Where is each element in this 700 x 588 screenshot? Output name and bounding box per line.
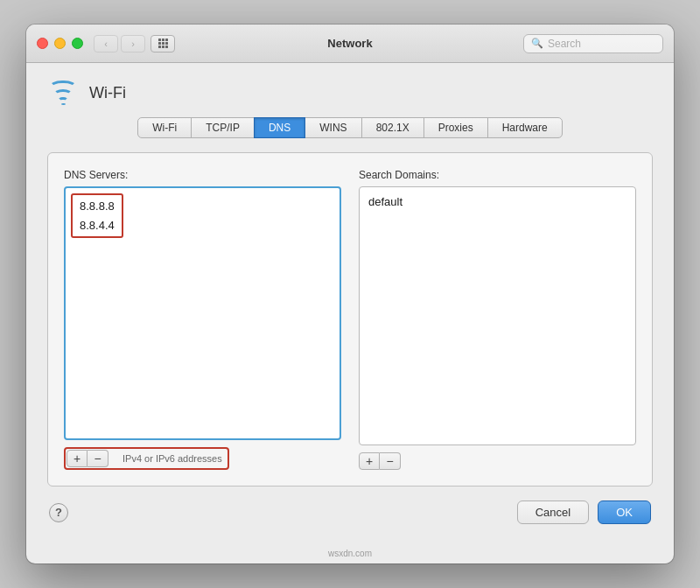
ok-button[interactable]: OK: [598, 500, 651, 524]
search-input[interactable]: [548, 38, 655, 50]
tab-wins[interactable]: WINS: [304, 117, 361, 138]
domain-remove-button[interactable]: −: [380, 452, 401, 470]
dns-list-item: 8.8.4.4: [76, 216, 118, 235]
tab-tcpip[interactable]: TCP/IP: [191, 117, 255, 138]
wifi-header: Wi-Fi: [47, 80, 653, 105]
dns-add-button[interactable]: +: [66, 450, 88, 467]
dns-entry-container: 8.8.8.88.8.4.4: [71, 193, 334, 238]
search-icon: 🔍: [531, 38, 543, 49]
footer-buttons: Cancel OK: [517, 500, 651, 524]
tab-8021x[interactable]: 802.1X: [361, 117, 424, 138]
grid-button[interactable]: [150, 35, 175, 52]
tab-dns[interactable]: DNS: [254, 117, 305, 138]
domain-add-button[interactable]: +: [359, 452, 380, 470]
nav-buttons: ‹ ›: [94, 35, 145, 52]
domain-entry-container: default: [365, 192, 630, 212]
close-button[interactable]: [37, 38, 48, 49]
panel-columns: DNS Servers: 8.8.8.88.8.4.4 + − IPv4 or …: [64, 169, 636, 470]
wifi-label: Wi-Fi: [89, 84, 126, 102]
watermark: wsxdn.com: [26, 545, 674, 564]
grid-icon: [158, 38, 168, 48]
dns-hint: IPv4 or IPv6 addresses: [122, 453, 222, 464]
search-box[interactable]: 🔍: [523, 34, 663, 53]
dns-selected-entries: 8.8.8.88.8.4.4: [71, 193, 123, 238]
dns-servers-col: DNS Servers: 8.8.8.88.8.4.4 + − IPv4 or …: [64, 169, 341, 470]
maximize-button[interactable]: [72, 38, 83, 49]
dns-actions: + − IPv4 or IPv6 addresses: [64, 447, 341, 470]
tab-proxies[interactable]: Proxies: [424, 117, 488, 138]
network-window: ‹ › Network 🔍 Wi-Fi: [26, 24, 674, 564]
dns-action-buttons: + −: [66, 450, 108, 467]
dns-remove-button[interactable]: −: [88, 450, 108, 467]
tab-hardware[interactable]: Hardware: [487, 117, 563, 138]
domain-actions: + −: [359, 452, 636, 470]
dns-servers-label: DNS Servers:: [64, 169, 341, 181]
window-title: Network: [327, 37, 372, 50]
wifi-icon: [47, 80, 79, 105]
window-controls: [37, 38, 83, 49]
dns-panel: DNS Servers: 8.8.8.88.8.4.4 + − IPv4 or …: [47, 152, 653, 486]
help-button[interactable]: ?: [49, 503, 68, 522]
cancel-button[interactable]: Cancel: [517, 500, 589, 524]
dns-servers-list[interactable]: 8.8.8.88.8.4.4: [64, 186, 341, 440]
titlebar: ‹ › Network 🔍: [26, 24, 674, 63]
search-domains-col: Search Domains: default + −: [359, 169, 636, 470]
domain-list-item: default: [365, 192, 630, 212]
dns-actions-outlined: + − IPv4 or IPv6 addresses: [64, 447, 229, 470]
dns-list-item: 8.8.8.8: [76, 197, 118, 216]
tab-wifi[interactable]: Wi-Fi: [137, 117, 192, 138]
back-button[interactable]: ‹: [94, 35, 118, 52]
content-area: Wi-Fi Wi-Fi TCP/IP DNS WINS 802.1X Proxi…: [26, 63, 674, 545]
minimize-button[interactable]: [54, 38, 66, 49]
search-domains-list[interactable]: default: [359, 186, 636, 445]
tabs-bar: Wi-Fi TCP/IP DNS WINS 802.1X Proxies Har…: [47, 117, 653, 138]
footer: ? Cancel OK: [47, 500, 653, 524]
forward-button[interactable]: ›: [121, 35, 145, 52]
search-domains-label: Search Domains:: [359, 169, 636, 181]
